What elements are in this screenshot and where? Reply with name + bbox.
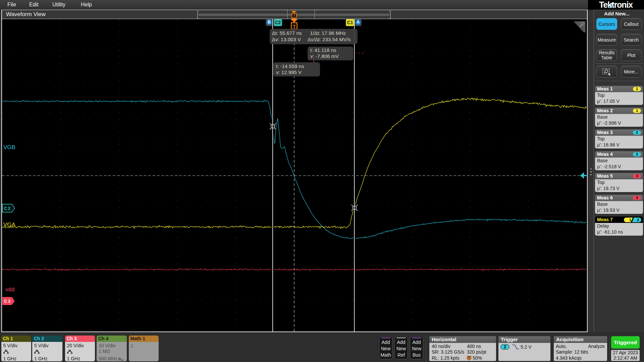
svg-text:T: T <box>468 356 470 359</box>
svg-text:C 3: C 3 <box>4 299 10 304</box>
svg-text:C 2: C 2 <box>4 206 10 211</box>
svg-text:T: T <box>293 23 296 29</box>
